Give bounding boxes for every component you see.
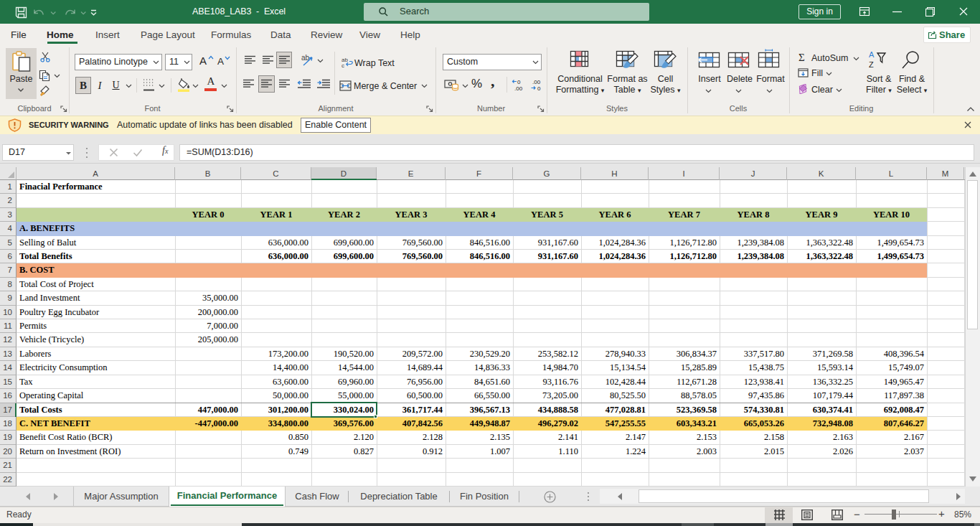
svg-text:.00: .00	[514, 85, 523, 91]
svg-text:A: A	[869, 50, 875, 59]
svg-text:c: c	[341, 62, 344, 68]
svg-text:Z: Z	[869, 60, 874, 69]
svg-text:0: 0	[537, 85, 541, 91]
svg-text:.00: .00	[532, 79, 541, 85]
svg-text:0: 0	[517, 79, 521, 85]
